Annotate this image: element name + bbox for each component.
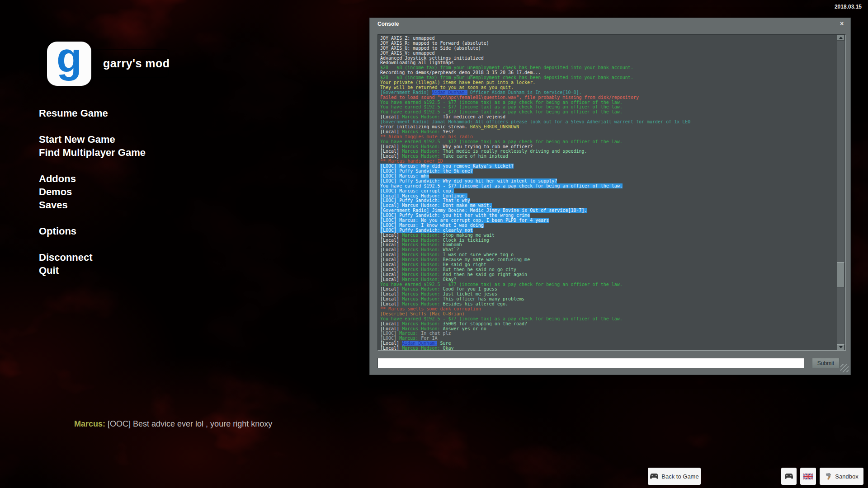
- gamemode-sandbox-button[interactable]: Sandbox: [820, 468, 863, 485]
- console-line: [LOOC] Marcus: In chat plz: [380, 331, 835, 336]
- gmod-logo: g: [47, 42, 91, 86]
- controller-settings-button[interactable]: [781, 468, 797, 485]
- console-window: Console × JOY_AXIS_Z: unmappedJOY_AXIS_R…: [369, 18, 851, 375]
- chat-author: Marcus:: [74, 419, 105, 428]
- back-to-game-button[interactable]: Back to Game: [648, 468, 701, 485]
- menu-item-quit[interactable]: Quit: [39, 265, 59, 277]
- gamepad-icon: [784, 473, 793, 479]
- menu-item-disconnect[interactable]: Disconnect: [39, 252, 93, 263]
- console-window-title: Console: [377, 21, 399, 27]
- sandbox-label: Sandbox: [835, 473, 858, 480]
- resize-grip[interactable]: [840, 364, 849, 372]
- menu-item-find-multiplayer-game[interactable]: Find Multiplayer Game: [39, 147, 146, 159]
- menu-item-saves[interactable]: Saves: [39, 199, 68, 211]
- console-input[interactable]: [377, 358, 804, 368]
- menu-item-options[interactable]: Options: [39, 225, 76, 237]
- scroll-up-icon[interactable]: [837, 35, 844, 41]
- menu-item-start-new-game[interactable]: Start New Game: [39, 134, 115, 145]
- scrollbar-thumb[interactable]: [837, 262, 844, 287]
- gmod-g-icon: g: [57, 37, 82, 79]
- menu-item-demos[interactable]: Demos: [39, 186, 72, 198]
- back-to-game-label: Back to Game: [661, 473, 698, 480]
- gamepad-icon: [650, 473, 659, 479]
- console-line: You have earned $192.5 - $77 (income tax…: [380, 184, 835, 189]
- chat-message: Marcus: [OOC] Best advice ever lol , you…: [74, 419, 272, 429]
- console-output[interactable]: JOY_AXIS_Z: unmappedJOY_AXIS_R: mapped t…: [377, 34, 846, 351]
- uk-flag-icon: [803, 474, 813, 479]
- console-scrollbar[interactable]: [837, 35, 844, 350]
- menu-item-addons[interactable]: Addons: [39, 173, 76, 185]
- console-line: [LOOC] Marcus: corrupt cop.: [380, 189, 835, 194]
- close-icon[interactable]: ×: [838, 19, 846, 28]
- console-line: [Local] Marcus Hudson: Okay: [380, 346, 835, 351]
- chat-text: [OOC] Best advice ever lol , youre right…: [105, 419, 272, 428]
- language-flag-button[interactable]: [800, 468, 816, 485]
- hammer-icon: [825, 473, 832, 480]
- menu-item-resume-game[interactable]: Resume Game: [39, 108, 108, 119]
- build-date: 2018.03.15: [835, 4, 862, 10]
- game-title: garry's mod: [103, 57, 170, 70]
- submit-button[interactable]: Submit: [812, 358, 840, 368]
- console-line: [LOOC] Puffy Sandvich: the 9k one?: [380, 169, 835, 174]
- console-line: JOY_AXIS_U: mapped to Side (absolute): [380, 46, 835, 51]
- scroll-down-icon[interactable]: [837, 344, 844, 350]
- console-line: [Local] Marcus Hudson: Take care of him …: [380, 154, 835, 159]
